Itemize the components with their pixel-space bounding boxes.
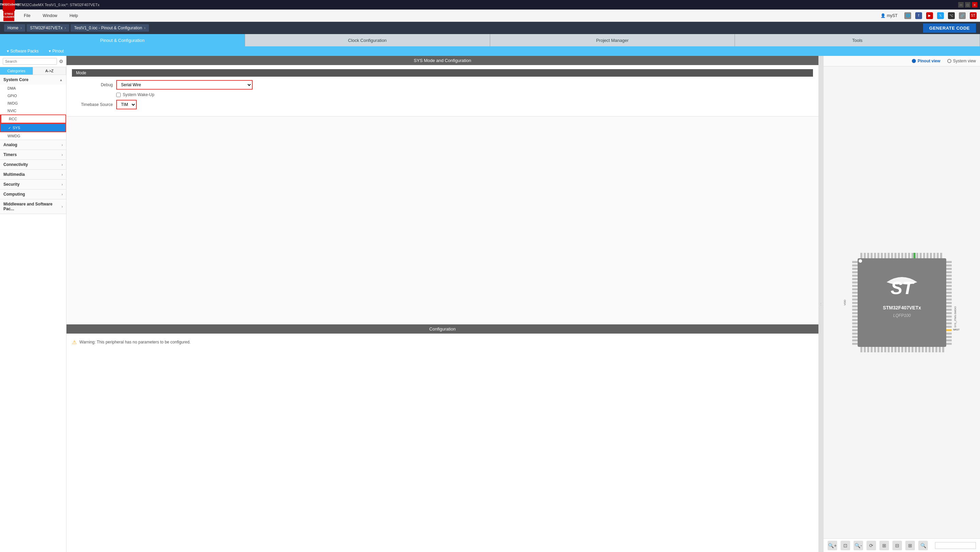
main-layout: ⚙ Categories A->Z System Core ▲ DMA GPIO [0, 56, 980, 552]
generate-code-button[interactable]: GENERATE CODE [923, 24, 976, 33]
category-timers: Timers › [0, 150, 66, 160]
config-section: Configuration [67, 324, 818, 333]
menu-window[interactable]: Window [40, 12, 60, 19]
menubar-right: 👤 myST 🌐 f ▶ 𝕏 ⌥ 🔗 ST [878, 12, 977, 19]
breadcrumb-chip-label: STM32F407VETx [30, 25, 62, 30]
sidebar-item-dma[interactable]: DMA [0, 84, 66, 92]
debug-label: Debug [72, 82, 113, 87]
filter-categories-label: Categories [7, 69, 25, 73]
tab-tools-label: Tools [852, 38, 862, 43]
search-input[interactable] [3, 58, 57, 65]
content-spacer [67, 117, 818, 324]
world-icon[interactable]: 🌐 [904, 12, 911, 19]
category-multimedia: Multimedia › [0, 170, 66, 179]
layers-button[interactable]: ⊞ [880, 541, 889, 550]
minimize-button[interactable]: ─ [958, 2, 964, 8]
maximize-button[interactable]: □ [965, 2, 970, 8]
category-analog-header[interactable]: Analog › [0, 140, 66, 149]
svg-rect-61 [852, 281, 858, 284]
system-view-toggle[interactable]: System view [947, 59, 976, 63]
st-icon[interactable]: ST [970, 12, 977, 19]
category-connectivity: Connectivity › [0, 160, 66, 170]
split-view-button[interactable]: ⊟ [892, 541, 902, 550]
sidebar-item-nvic[interactable]: NVIC [0, 107, 66, 114]
svg-rect-65 [852, 295, 858, 297]
category-connectivity-chevron: › [62, 163, 63, 167]
link-icon[interactable]: 🔗 [959, 12, 966, 19]
content-area: SYS Mode and Configuration Mode Debug No… [67, 56, 818, 552]
category-analog: Analog › [0, 140, 66, 150]
breadcrumb: Home › STM32F407VETx › TestV1_0.ioc - Pi… [0, 22, 980, 34]
subtab-software-packs[interactable]: ▾ Software Packs [7, 49, 38, 54]
settings-icon[interactable]: ⚙ [59, 59, 64, 64]
tab-tools[interactable]: Tools [735, 34, 980, 46]
close-button[interactable]: ✕ [972, 2, 977, 8]
zoom-search-input[interactable] [935, 542, 976, 549]
svg-rect-72 [852, 319, 858, 321]
twitter-icon[interactable]: 𝕏 [937, 12, 944, 19]
svg-rect-53 [939, 347, 941, 352]
breadcrumb-project[interactable]: TestV1_0.ioc - Pinout & Configuration › [70, 24, 149, 32]
system-wakeup-checkbox[interactable] [116, 93, 121, 97]
category-middleware-header[interactable]: Middleware and Software Pac... › [0, 199, 66, 214]
fit-screen-button[interactable]: ⊡ [841, 541, 850, 550]
filter-tab-az[interactable]: A->Z [33, 67, 66, 75]
system-wakeup-label[interactable]: System Wake-Up [123, 92, 154, 97]
breadcrumb-chip[interactable]: STM32F407VETx › [27, 24, 69, 32]
svg-rect-68 [852, 305, 858, 307]
grid-button[interactable]: ⊞ [905, 541, 915, 550]
github-icon[interactable]: ⌥ [948, 12, 955, 19]
svg-rect-86 [946, 278, 952, 280]
breadcrumb-chip-arrow: › [64, 25, 66, 30]
svg-rect-27 [933, 253, 935, 258]
sys-label: SYS [13, 126, 20, 130]
svg-rect-59 [852, 274, 858, 277]
menu-help[interactable]: Help [67, 12, 81, 19]
drag-handle[interactable]: ⋮ [818, 56, 823, 552]
rcc-label: RCC [9, 117, 17, 121]
category-connectivity-header[interactable]: Connectivity › [0, 160, 66, 169]
svg-rect-92 [946, 298, 952, 301]
search-toolbar-icon[interactable]: 🔍 [918, 541, 928, 550]
debug-select[interactable]: No Debug Serial Wire JTAG (5 pins) JTAG … [116, 80, 253, 90]
sidebar-item-sys[interactable]: ✓ SYS [0, 123, 66, 132]
gpio-label: GPIO [8, 94, 17, 98]
menu-file[interactable]: File [21, 12, 33, 19]
svg-rect-83 [946, 268, 952, 270]
system-view-label: System view [953, 59, 976, 63]
sidebar-item-gpio[interactable]: GPIO [0, 92, 66, 100]
breadcrumb-home[interactable]: Home › [4, 24, 25, 32]
category-timers-header[interactable]: Timers › [0, 150, 66, 159]
timebase-row: Timebase Source SysTick TIM1 TIM2 TIM3 T… [72, 100, 813, 109]
tab-clock-config[interactable]: Clock Configuration [245, 34, 490, 46]
sidebar-item-wwdg[interactable]: WWDG [0, 132, 66, 140]
subtab-pinout[interactable]: ▾ Pinout [49, 49, 64, 54]
pinout-view-toggle[interactable]: Pinout view [912, 59, 940, 63]
category-multimedia-header[interactable]: Multimedia › [0, 170, 66, 179]
sidebar-item-iwdg[interactable]: IWDG [0, 100, 66, 107]
sidebar-item-rcc[interactable]: RCC [0, 114, 66, 123]
category-security-header[interactable]: Security › [0, 179, 66, 189]
svg-rect-12 [881, 253, 883, 258]
tab-project-manager[interactable]: Project Manager [490, 34, 735, 46]
svg-rect-73 [852, 322, 858, 324]
user-menu[interactable]: 👤 myST [878, 12, 900, 19]
timebase-select[interactable]: SysTick TIM1 TIM2 TIM3 TIM4 TIM5 TIM6 TI… [116, 100, 137, 109]
zoom-in-button[interactable]: 🔍+ [827, 541, 837, 550]
category-computing-header[interactable]: Computing › [0, 189, 66, 199]
tab-pinout-config[interactable]: Pinout & Configuration [0, 34, 245, 46]
youtube-icon[interactable]: ▶ [926, 12, 933, 19]
facebook-icon[interactable]: f [915, 12, 922, 19]
titlebar-controls: ─ □ ✕ [958, 2, 977, 8]
svg-rect-35 [877, 347, 880, 352]
svg-rect-94 [946, 305, 952, 307]
filter-tab-categories[interactable]: Categories [0, 67, 33, 75]
category-multimedia-chevron: › [62, 173, 63, 176]
svg-rect-17 [898, 253, 900, 258]
system-view-radio [947, 59, 951, 63]
zoom-out-button[interactable]: 🔍- [854, 541, 863, 550]
category-system-core-header[interactable]: System Core ▲ [0, 75, 66, 84]
chip-svg: ST STM32F407VETx LQFP100 [837, 238, 967, 367]
svg-rect-57 [852, 268, 858, 270]
reset-view-button[interactable]: ⟳ [867, 541, 876, 550]
